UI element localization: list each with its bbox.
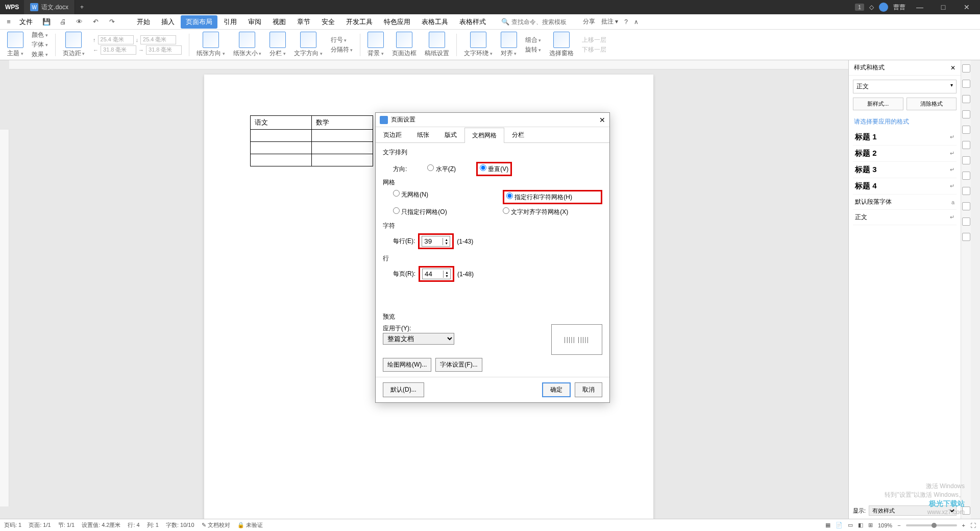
wrap-icon[interactable] <box>470 32 486 48</box>
columns-label[interactable]: 分栏 <box>270 49 286 58</box>
table-cell[interactable] <box>312 130 373 142</box>
vertical-ruler[interactable] <box>0 130 9 506</box>
tab-view[interactable]: 视图 <box>267 15 291 29</box>
style-item-h4[interactable]: 标题 4↵ <box>853 178 957 195</box>
tool-icon-4[interactable] <box>962 110 970 118</box>
minimize-button[interactable]: — <box>911 3 929 11</box>
current-style-select[interactable]: 正文 <box>853 80 957 93</box>
selpane-label[interactable]: 选择窗格 <box>549 49 574 58</box>
color-label[interactable]: 颜色 <box>32 31 48 39</box>
radio-lineonly[interactable]: 只指定行网格(O) <box>393 207 493 216</box>
dialog-close-button[interactable]: ✕ <box>599 116 605 124</box>
new-style-button[interactable]: 新样式... <box>853 98 903 110</box>
share-button[interactable]: 分享 <box>583 17 595 26</box>
undo-icon[interactable]: ↶ <box>91 17 100 27</box>
theme-label[interactable]: 主题 <box>7 49 23 58</box>
linenum-label[interactable]: 行号 <box>331 36 347 44</box>
styles-panel-title[interactable]: 样式和格式 <box>854 63 885 72</box>
file-menu[interactable]: 文件 <box>15 17 37 27</box>
pageborder-label[interactable]: 页面边框 <box>392 49 416 58</box>
tool-icon-6[interactable] <box>962 141 970 149</box>
radio-linechar[interactable]: 指定行和字符网格(H) <box>506 192 572 202</box>
dtab-layout[interactable]: 版式 <box>437 127 464 142</box>
fontsetting-button[interactable]: 字体设置(F)... <box>435 358 482 372</box>
manuscript-label[interactable]: 稿纸设置 <box>425 49 449 58</box>
orientation-label[interactable]: 纸张方向 <box>197 49 225 58</box>
margin-right-input[interactable] <box>146 45 182 55</box>
margin-top-input[interactable] <box>98 35 134 44</box>
dtab-docgrid[interactable]: 文档网格 <box>464 128 504 143</box>
hamburger-icon[interactable]: ≡ <box>4 17 13 27</box>
table-cell[interactable] <box>251 154 312 166</box>
view-mode-icon[interactable]: ◧ <box>858 522 863 528</box>
tab-devtools[interactable]: 开发工具 <box>341 15 378 29</box>
background-icon[interactable] <box>368 32 384 48</box>
margin-bottom-input[interactable] <box>140 35 176 44</box>
help-icon[interactable]: ? <box>624 18 628 26</box>
table-cell[interactable]: 语文 <box>251 116 312 130</box>
default-button[interactable]: 默认(D)... <box>383 382 424 397</box>
fullscreen-icon[interactable]: ⛶ <box>970 522 976 528</box>
theme-icon[interactable] <box>7 32 23 48</box>
document-table[interactable]: 语文数学 <box>250 115 373 166</box>
table-cell[interactable] <box>312 142 373 154</box>
dtab-paper[interactable]: 纸张 <box>409 127 437 142</box>
breaks-label[interactable]: 分隔符 <box>331 45 353 54</box>
align-icon[interactable] <box>501 32 517 48</box>
notification-badge[interactable]: 1 <box>855 4 864 11</box>
style-item-normal[interactable]: 正文↵ <box>853 210 957 225</box>
table-cell[interactable] <box>312 154 373 166</box>
view-mode-icon[interactable]: 📄 <box>836 522 843 528</box>
user-avatar[interactable] <box>879 3 888 12</box>
status-section[interactable]: 节: 1/1 <box>58 521 75 529</box>
tab-tablestyle[interactable]: 表格样式 <box>454 15 491 29</box>
tool-icon-7[interactable] <box>962 156 970 164</box>
cancel-button[interactable]: 取消 <box>575 382 602 397</box>
manuscript-icon[interactable] <box>429 32 445 48</box>
group-label[interactable]: 组合 <box>525 36 542 44</box>
perpage-input[interactable] <box>423 269 443 279</box>
radio-horizontal[interactable]: 水平(Z) <box>427 164 456 174</box>
rotate-label[interactable]: 旋转 <box>525 45 542 54</box>
style-item-h1[interactable]: 标题 1↵ <box>853 129 957 146</box>
status-pages[interactable]: 页面: 1/1 <box>29 521 51 529</box>
status-verify[interactable]: 🔒 未验证 <box>237 521 263 529</box>
dtab-margins[interactable]: 页边距 <box>376 127 409 142</box>
spin-down-icon[interactable]: ▼ <box>443 242 450 245</box>
spin-down-icon[interactable]: ▼ <box>444 274 450 278</box>
close-panel-icon[interactable]: ✕ <box>950 64 955 71</box>
margin-label[interactable]: 页边距 <box>63 49 85 58</box>
view-mode-icon[interactable]: ▦ <box>825 522 830 528</box>
tool-icon-10[interactable] <box>962 202 970 210</box>
status-page[interactable]: 页码: 1 <box>4 521 21 529</box>
zoom-slider[interactable] <box>906 524 957 526</box>
radio-nogrid[interactable]: 无网格(N) <box>393 190 493 204</box>
papersize-icon[interactable] <box>239 32 255 48</box>
tab-security[interactable]: 安全 <box>316 15 340 29</box>
font-label[interactable]: 字体 <box>32 40 48 49</box>
zoom-value[interactable]: 109% <box>878 522 892 528</box>
columns-icon[interactable] <box>270 32 286 48</box>
maximize-button[interactable]: □ <box>934 3 952 11</box>
status-proof[interactable]: ✎ 文档校对 <box>202 521 230 529</box>
tab-start[interactable]: 开始 <box>132 15 155 29</box>
margin-left-input[interactable] <box>101 45 136 55</box>
command-search[interactable]: 🔍 <box>501 18 583 26</box>
effect-label[interactable]: 效果 <box>32 50 48 59</box>
tab-insert[interactable]: 插入 <box>156 15 180 29</box>
perline-input[interactable] <box>422 236 443 246</box>
tool-icon-3[interactable] <box>962 95 970 103</box>
status-words[interactable]: 字数: 10/10 <box>166 521 194 529</box>
document-tab[interactable]: W 语文.docx <box>24 0 75 14</box>
print-icon[interactable]: 🖨 <box>58 17 67 27</box>
tab-section[interactable]: 章节 <box>292 15 315 29</box>
redo-icon[interactable]: ↷ <box>107 17 116 27</box>
tab-review[interactable]: 审阅 <box>243 15 266 29</box>
table-cell[interactable] <box>251 130 312 142</box>
tab-references[interactable]: 引用 <box>218 15 242 29</box>
new-tab-button[interactable]: + <box>75 4 89 11</box>
radio-alignchar[interactable]: 文字对齐字符网格(X) <box>503 207 602 216</box>
print-preview-icon[interactable]: 👁 <box>75 17 84 27</box>
tool-icon-9[interactable] <box>962 187 970 195</box>
table-cell[interactable] <box>251 142 312 154</box>
